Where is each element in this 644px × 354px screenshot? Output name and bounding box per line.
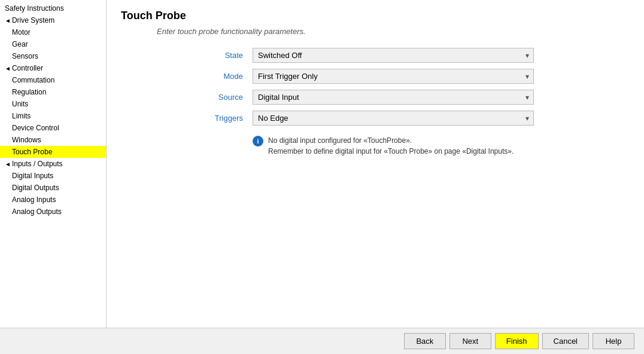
state-select-wrapper: Switched OffSwitched On — [253, 48, 534, 63]
info-line1: No digital input configured for «TouchPr… — [268, 136, 412, 145]
sidebar-item-label: Units — [12, 100, 28, 108]
footer: Back Next Finish Cancel Help — [0, 328, 644, 354]
source-select-wrapper: Digital InputAnalog Input — [253, 90, 534, 105]
sidebar-item-label: Limits — [12, 112, 31, 120]
sidebar-item-label: Regulation — [12, 88, 46, 96]
page-subtitle: Enter touch probe functionality paramete… — [157, 27, 630, 36]
sidebar-item-label: Device Control — [12, 124, 59, 132]
sidebar-item-device-control[interactable]: Device Control — [0, 122, 106, 134]
sidebar-item-commutation[interactable]: Commutation — [0, 74, 106, 86]
finish-button[interactable]: Finish — [495, 333, 539, 349]
sidebar-item-digital-outputs[interactable]: Digital Outputs — [0, 182, 106, 194]
sidebar-item-label: Touch Probe — [12, 148, 52, 156]
sidebar-item-digital-inputs[interactable]: Digital Inputs — [0, 170, 106, 182]
sidebar-item-label: Safety Instructions — [5, 4, 64, 13]
sidebar-item-controller[interactable]: ◄ Controller — [0, 62, 106, 74]
sidebar-item-label: Sensors — [12, 52, 38, 60]
help-button[interactable]: Help — [593, 333, 634, 349]
state-row: State Switched OffSwitched On — [121, 48, 630, 63]
page-title: Touch Probe — [121, 10, 630, 22]
state-label: State — [121, 51, 253, 60]
arrow-icon: ◄ — [5, 17, 11, 24]
sidebar-item-label: Digital Outputs — [12, 184, 59, 192]
sidebar-item-limits[interactable]: Limits — [0, 110, 106, 122]
info-box: i No digital input configured for «Touch… — [253, 135, 630, 157]
triggers-select[interactable]: No EdgeRising EdgeFalling EdgeBoth Edges — [253, 111, 534, 126]
content-area: Touch Probe Enter touch probe functional… — [107, 0, 644, 328]
triggers-row: Triggers No EdgeRising EdgeFalling EdgeB… — [121, 111, 630, 126]
source-row: Source Digital InputAnalog Input — [121, 90, 630, 105]
source-label: Source — [121, 93, 253, 102]
mode-select-wrapper: First Trigger OnlyContinuous — [253, 69, 534, 84]
sidebar-item-regulation[interactable]: Regulation — [0, 86, 106, 98]
sidebar-item-label: Digital Inputs — [12, 172, 53, 180]
sidebar-item-inputs-outputs[interactable]: ◄ Inputs / Outputs — [0, 158, 106, 170]
arrow-icon: ◄ — [5, 161, 11, 167]
state-select[interactable]: Switched OffSwitched On — [253, 48, 534, 63]
sidebar: Safety Instructions◄ Drive SystemMotorGe… — [0, 0, 107, 328]
sidebar-item-label: Controller — [12, 64, 43, 72]
next-button[interactable]: Next — [449, 333, 491, 349]
sidebar-item-gear[interactable]: Gear — [0, 38, 106, 50]
source-select[interactable]: Digital InputAnalog Input — [253, 90, 534, 105]
arrow-icon: ◄ — [5, 65, 11, 72]
back-button[interactable]: Back — [404, 333, 446, 349]
sidebar-item-label: Analog Inputs — [12, 196, 56, 204]
sidebar-item-drive-system[interactable]: ◄ Drive System — [0, 14, 106, 26]
sidebar-item-label: Commutation — [12, 76, 54, 84]
sidebar-item-motor[interactable]: Motor — [0, 26, 106, 38]
mode-row: Mode First Trigger OnlyContinuous — [121, 69, 630, 84]
cancel-button[interactable]: Cancel — [542, 333, 589, 349]
sidebar-item-label: Inputs / Outputs — [12, 160, 63, 168]
mode-label: Mode — [121, 72, 253, 81]
triggers-select-wrapper: No EdgeRising EdgeFalling EdgeBoth Edges — [253, 111, 534, 126]
sidebar-item-analog-outputs[interactable]: Analog Outputs — [0, 206, 106, 218]
sidebar-item-windows[interactable]: Windows — [0, 134, 106, 146]
info-text: No digital input configured for «TouchPr… — [268, 135, 514, 157]
sidebar-item-label: Gear — [12, 40, 28, 48]
sidebar-item-label: Motor — [12, 28, 31, 36]
sidebar-item-label: Drive System — [12, 16, 54, 25]
sidebar-item-label: Windows — [12, 136, 41, 144]
sidebar-item-analog-inputs[interactable]: Analog Inputs — [0, 194, 106, 206]
sidebar-item-sensors[interactable]: Sensors — [0, 50, 106, 62]
triggers-label: Triggers — [121, 114, 253, 123]
info-icon: i — [253, 136, 263, 147]
sidebar-item-touch-probe[interactable]: Touch Probe — [0, 146, 106, 158]
sidebar-item-units[interactable]: Units — [0, 98, 106, 110]
sidebar-item-label: Analog Outputs — [12, 207, 62, 216]
sidebar-item-safety-instructions[interactable]: Safety Instructions — [0, 2, 106, 14]
mode-select[interactable]: First Trigger OnlyContinuous — [253, 69, 534, 84]
info-line2: Remember to define digital input for «To… — [268, 147, 514, 155]
